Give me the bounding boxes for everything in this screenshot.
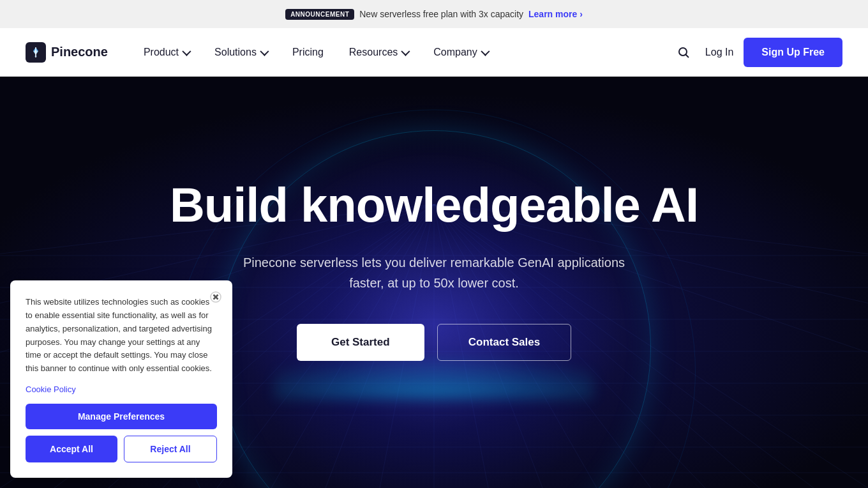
cookie-banner: This website utilizes technologies such …: [10, 280, 232, 478]
manage-preferences-button[interactable]: Manage Preferences: [26, 404, 217, 429]
announcement-text: New serverless free plan with 3x capacit…: [359, 9, 523, 19]
search-icon: [677, 46, 690, 59]
hero-content: Build knowledgeable AI Pinecone serverle…: [157, 178, 711, 361]
nav-company[interactable]: Company: [423, 42, 497, 63]
logo[interactable]: Pinecone: [26, 42, 108, 63]
nav-left: Pinecone Product Solutions Pricing Resou…: [26, 42, 498, 63]
nav-right: Log In Sign Up Free: [672, 38, 842, 67]
reject-all-button[interactable]: Reject All: [124, 436, 217, 462]
accept-all-button[interactable]: Accept All: [26, 436, 117, 462]
product-chevron-icon: [182, 47, 191, 56]
svg-point-4: [679, 48, 687, 56]
logo-text: Pinecone: [51, 45, 108, 59]
logo-icon: [26, 42, 46, 63]
nav-solutions[interactable]: Solutions: [204, 42, 277, 63]
nav-resources[interactable]: Resources: [339, 42, 418, 63]
contact-sales-button[interactable]: Contact Sales: [437, 324, 571, 361]
cookie-policy-link[interactable]: Cookie Policy: [26, 385, 76, 394]
login-link[interactable]: Log In: [705, 47, 733, 58]
search-button[interactable]: [672, 41, 695, 64]
announcement-badge: ANNOUNCEMENT: [285, 9, 354, 20]
signup-button[interactable]: Sign Up Free: [744, 38, 842, 67]
announcement-link[interactable]: Learn more ›: [528, 9, 583, 19]
hero-title: Build knowledgeable AI: [170, 178, 698, 232]
hero-subtitle: Pinecone serverless lets you deliver rem…: [230, 252, 638, 293]
cookie-close-button[interactable]: [207, 288, 225, 306]
get-started-button[interactable]: Get Started: [297, 324, 424, 361]
close-icon: [210, 291, 221, 303]
nav-pricing[interactable]: Pricing: [282, 42, 334, 63]
nav-product[interactable]: Product: [133, 42, 199, 63]
nav-links: Product Solutions Pricing Resources Comp…: [133, 42, 498, 63]
cookie-buttons: Manage Preferences Accept All Reject All: [26, 404, 217, 462]
hero-buttons: Get Started Contact Sales: [297, 324, 571, 361]
navbar: Pinecone Product Solutions Pricing Resou…: [0, 28, 868, 77]
hero-section: Build knowledgeable AI Pinecone serverle…: [0, 77, 868, 488]
cookie-text: This website utilizes technologies such …: [26, 296, 217, 376]
announcement-bar: ANNOUNCEMENT New serverless free plan wi…: [0, 0, 868, 28]
resources-chevron-icon: [401, 47, 410, 56]
company-chevron-icon: [481, 47, 490, 56]
solutions-chevron-icon: [260, 47, 269, 56]
pinecone-logo-svg: [29, 46, 42, 59]
svg-line-5: [685, 54, 689, 57]
cookie-bottom-buttons: Accept All Reject All: [26, 436, 217, 462]
